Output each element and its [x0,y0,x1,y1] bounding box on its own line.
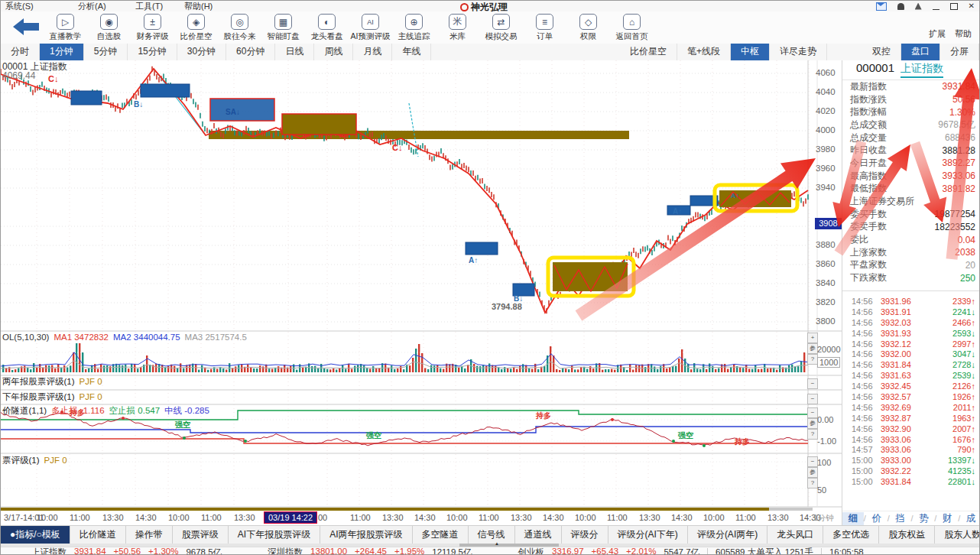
tick-cell: 14:56 [852,349,881,359]
indicator-tab-股东人数[interactable]: 股东人数 [935,526,980,544]
quote-row: 昨日收盘3881.28 [842,144,980,157]
tick-cell: 3931.84 [881,477,934,486]
quote-label: 上海证券交易所 [850,195,914,208]
chart-canvas[interactable] [1,60,842,525]
indicator-tab-评级分(AI两年)[interactable]: 评级分(AI两年) [688,526,767,544]
toolbar-button-龙头看盘[interactable]: ◐龙头看盘 [305,13,349,42]
period-tab-年线[interactable]: 年线 [392,44,431,60]
toolbar-button-股往今来[interactable]: ◎股往今来 [218,13,261,42]
indicator-tab-股东权益[interactable]: 股东权益 [879,526,935,544]
indicator-tab-●指标/○模板[interactable]: ●指标/○模板 [1,526,70,544]
close-button[interactable]: ✕ [969,2,975,11]
menu-analysis[interactable]: 分析(A) [78,1,106,12]
menu-help[interactable]: 帮助(H) [184,1,213,12]
layout-tab-双控[interactable]: 双控 [862,44,901,60]
panel-tab-成[interactable]: 成 [960,512,980,525]
help-link[interactable]: 帮助 [955,28,972,40]
layout-tab-分屏[interactable]: 分屏 [940,44,979,60]
quote-header: 000001 上证指数 [842,60,980,80]
pane-button-+[interactable]: + [807,333,818,343]
indicator-tab-多空优选[interactable]: 多空优选 [823,526,879,544]
indicator-tab-AI两年报股票评级[interactable]: AI两年报股票评级 [320,526,412,544]
panel-tab-财[interactable]: 财 [936,512,958,525]
theme-icon[interactable] [915,3,922,10]
toolbar-button-label: 龙头看盘 [311,31,343,42]
pane-button-参[interactable]: 参 [807,418,818,429]
tick-row: 14:563932.692011↑ [842,402,980,413]
pane-button-参[interactable]: 参 [807,343,818,354]
period-tab-日线[interactable]: 日线 [275,44,314,60]
indicator-tab-评级分(AI下年)[interactable]: 评级分(AI下年) [608,526,688,544]
pane-button-?[interactable]: ? [807,478,818,488]
toolbar-button-财务评级[interactable]: ±财务评级 [131,13,174,42]
indicator-tab-操作带[interactable]: 操作带 [126,526,173,544]
toolbar-button-米库[interactable]: 米米库 [436,13,479,42]
indicator-tab-股票评级[interactable]: 股票评级 [173,526,229,544]
indicator-tab-比价隧道[interactable]: 比价隧道 [70,526,126,544]
period-tab-5分钟[interactable]: 5分钟 [84,44,128,60]
menu-system[interactable]: 系统(S) [5,1,34,12]
toolbar-button-订单[interactable]: ≡订单 [523,13,566,42]
quote-label: 委比 [850,233,868,246]
quote-value: 3931.84 [943,81,975,92]
period-tab-周线[interactable]: 周线 [314,44,353,60]
price-axis-label: 3940 [816,183,840,192]
indicator-tab-通道线[interactable]: 通道线 [515,526,562,544]
pane-button-?[interactable]: ? [807,429,818,440]
toolbar-button-自选股[interactable]: ◉自选股 [87,13,131,42]
panel-tab-细[interactable]: 细 [842,512,864,525]
toolbar-button-label: 智能盯盘 [268,31,300,42]
chart-annotation: A↑ [731,192,739,200]
toolbar-button-模拟交易[interactable]: ⇄模拟交易 [479,13,523,42]
period-tab-分时[interactable]: 分时 [1,44,40,60]
layout-tab-盘口[interactable]: 盘口 [901,44,940,60]
toolbar: ▷直播教学◉自选股±财务评级◈比价星空◎股往今来▦智能盯盘◐龙头看盘AIAI预测… [1,11,979,44]
view-tab-笔+线段[interactable]: 笔+线段 [677,44,731,60]
view-tab-比价星空[interactable]: 比价星空 [620,44,677,60]
pane-button-−[interactable]: − [807,378,818,389]
indicator-tab-信号线[interactable]: 信号线 [469,526,515,544]
pane-button-−[interactable]: − [807,394,818,404]
pane-button-−[interactable]: − [807,456,818,467]
pane-button-?[interactable]: ? [807,354,818,365]
period-tab-月线[interactable]: 月线 [353,44,392,60]
shield-icon: ◇ [579,14,597,30]
quote-label: 总成交额 [850,118,887,131]
indicator-tab-评级分[interactable]: 评级分 [562,526,608,544]
user-icon[interactable] [897,3,904,10]
panel-tab-挡[interactable]: 挡 [890,512,911,525]
mail-icon[interactable] [876,2,887,11]
period-tab-15分钟[interactable]: 15分钟 [128,44,177,60]
toolbar-button-比价星空[interactable]: ◈比价星空 [174,13,218,42]
toolbar-button-返回首页[interactable]: ⌂返回首页 [610,13,654,42]
toolbar-button-权限[interactable]: ◇权限 [566,13,610,42]
restore-button[interactable] [950,3,958,10]
period-tab-30分钟[interactable]: 30分钟 [177,44,226,60]
pane-button-参[interactable]: 参 [807,467,818,478]
expand-link[interactable]: 扩展 [929,28,946,40]
tick-row: 15:003931.8422801↓ [842,476,980,487]
toolbar-button-直播教学[interactable]: ▷直播教学 [44,13,87,42]
view-tab-中枢[interactable]: 中枢 [731,44,770,60]
pane-button-−[interactable]: − [807,407,818,418]
panel-tab-势[interactable]: 势 [913,512,935,525]
back-button[interactable] [13,17,39,37]
period-tab-60分钟[interactable]: 60分钟 [226,44,275,60]
toolbar-button-主线追踪[interactable]: ⊕主线追踪 [392,13,436,42]
menu-tools[interactable]: 工具(T) [135,1,163,12]
tick-row: 14:563932.871963↑ [842,413,980,424]
view-tab-详尽走势[interactable]: 详尽走势 [770,44,827,60]
price-axis-label: 3820 [816,297,840,307]
indicator-tab-多空隧道[interactable]: 多空隧道 [413,526,469,544]
status-field: +2.01% [626,547,656,555]
indicator-tab-龙头风口[interactable]: 龙头风口 [767,526,823,544]
quote-value: 20 [965,260,975,271]
panel-tab-价[interactable]: 价 [866,512,888,525]
period-tab-1分钟[interactable]: 1分钟 [40,44,84,60]
toolbar-button-智能盯盘[interactable]: ▦智能盯盘 [261,13,305,42]
indicator-tab-AI下年报股票评级[interactable]: AI下年报股票评级 [229,526,320,544]
period-tab-row: 分时1分钟5分钟15分钟30分钟60分钟日线周线月线年线比价星空笔+线段中枢详尽… [1,44,979,61]
toolbar-button-AI预测评级[interactable]: AIAI预测评级 [349,13,392,42]
minimize-button[interactable] [933,9,939,10]
time-axis-label: 10:00 [446,513,468,522]
